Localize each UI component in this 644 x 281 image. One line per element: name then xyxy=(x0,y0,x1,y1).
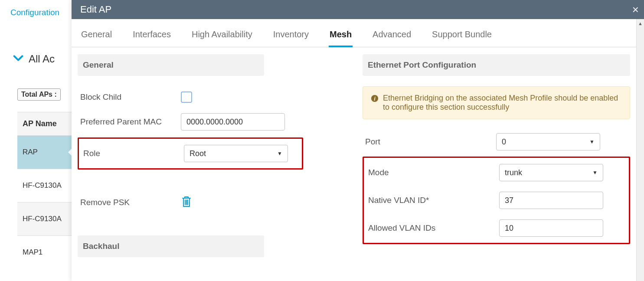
total-aps-filter[interactable]: Total APs : xyxy=(17,88,61,101)
chevron-down-icon: ▼ xyxy=(592,170,598,176)
mode-select-value: trunk xyxy=(505,168,522,177)
field-role: Role Root ▼ xyxy=(81,140,300,167)
info-icon: i xyxy=(371,95,379,105)
column-header-ap-name[interactable]: AP Name xyxy=(17,112,74,135)
table-row[interactable]: RAP xyxy=(17,135,74,169)
section-header: All Ac xyxy=(0,17,74,66)
allowed-vlan-label: Allowed VLAN IDs xyxy=(368,223,494,233)
background-page: Configuration All Ac Total APs : AP Name… xyxy=(0,0,74,281)
tab-advanced[interactable]: Advanced xyxy=(372,29,412,47)
field-preferred-parent-mac: Preferred Parent MAC xyxy=(78,108,345,136)
role-highlight-box: Role Root ▼ xyxy=(78,137,303,170)
chevron-down-icon: ▼ xyxy=(589,139,595,145)
field-remove-psk: Remove PSK xyxy=(78,190,345,215)
vlan-highlight-box: Mode trunk ▼ Native VLAN ID* Allowed VLA… xyxy=(363,157,630,244)
native-vlan-input[interactable] xyxy=(499,192,603,209)
section-header-backhaul: Backhaul xyxy=(78,235,264,257)
tab-bar: General Interfaces High Availability Inv… xyxy=(72,19,636,47)
table-row[interactable]: MAP1 xyxy=(17,235,74,269)
role-select[interactable]: Root ▼ xyxy=(184,145,288,162)
port-select-value: 0 xyxy=(502,137,506,147)
close-icon[interactable]: × xyxy=(632,3,639,16)
field-block-child: Block Child xyxy=(78,86,345,108)
section-header-ethernet: Ethernet Port Configuration xyxy=(363,54,630,76)
tab-general[interactable]: General xyxy=(80,29,113,47)
field-allowed-vlan: Allowed VLAN IDs xyxy=(366,214,627,242)
scroll-up-icon[interactable]: ▲ xyxy=(638,21,643,26)
table-row[interactable]: HF-C9130A xyxy=(17,202,74,235)
general-column: General Block Child Preferred Parent MAC… xyxy=(78,54,345,268)
role-select-value: Root xyxy=(190,149,206,158)
remove-psk-label: Remove PSK xyxy=(80,198,176,207)
field-mode: Mode trunk ▼ xyxy=(366,159,627,186)
preferred-parent-mac-input[interactable] xyxy=(181,113,285,131)
edit-ap-panel: Edit AP × General Interfaces High Availa… xyxy=(72,0,644,281)
mode-select[interactable]: trunk ▼ xyxy=(499,164,603,181)
allowed-vlan-input[interactable] xyxy=(499,219,603,237)
page-title: All Ac xyxy=(29,53,55,65)
preferred-parent-mac-label: Preferred Parent MAC xyxy=(80,117,176,127)
breadcrumb[interactable]: Configuration xyxy=(0,0,74,17)
panel-header: Edit AP × xyxy=(72,0,644,19)
tab-inventory[interactable]: Inventory xyxy=(272,29,310,47)
tab-mesh[interactable]: Mesh xyxy=(329,29,353,47)
field-port: Port 0 ▼ xyxy=(363,128,630,156)
tab-support-bundle[interactable]: Support Bundle xyxy=(431,29,493,47)
ethernet-column: Ethernet Port Configuration i Ethernet B… xyxy=(363,54,630,268)
scrollbar[interactable]: ▲ xyxy=(636,19,644,281)
trash-icon[interactable] xyxy=(181,196,192,209)
section-header-general: General xyxy=(78,54,264,76)
ethernet-info-banner: i Ethernet Bridging on the associated Me… xyxy=(363,86,630,119)
table-row[interactable]: HF-C9130A xyxy=(17,169,74,202)
svg-text:i: i xyxy=(374,96,376,102)
tab-high-availability[interactable]: High Availability xyxy=(191,29,253,47)
tab-interfaces[interactable]: Interfaces xyxy=(132,29,172,47)
field-native-vlan: Native VLAN ID* xyxy=(366,186,627,214)
port-select[interactable]: 0 ▼ xyxy=(496,133,600,150)
block-child-checkbox[interactable] xyxy=(181,91,192,103)
port-label: Port xyxy=(365,137,491,147)
mode-label: Mode xyxy=(368,168,494,177)
native-vlan-label: Native VLAN ID* xyxy=(368,196,494,205)
role-label: Role xyxy=(83,149,179,158)
chevron-down-icon: ▼ xyxy=(277,150,282,157)
chevron-down-icon[interactable] xyxy=(12,52,24,66)
ethernet-info-text: Ethernet Bridging on the associated Mesh… xyxy=(383,94,622,112)
block-child-label: Block Child xyxy=(80,92,176,102)
panel-title: Edit AP xyxy=(80,4,111,15)
